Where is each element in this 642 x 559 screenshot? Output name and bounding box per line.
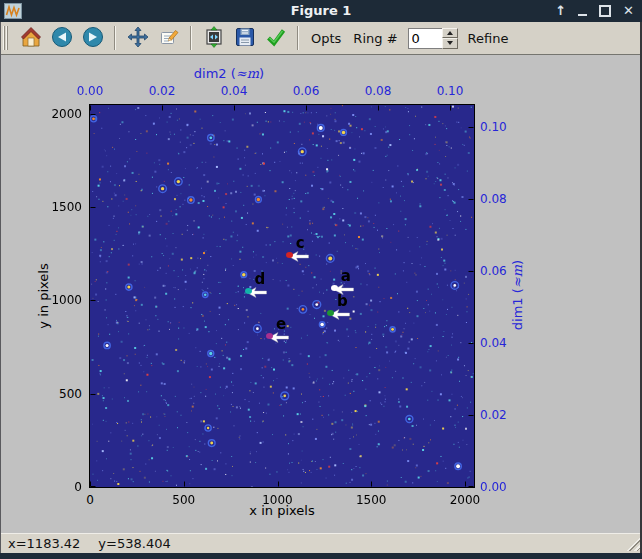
top-tick-label: 0.10	[420, 84, 480, 98]
toolbar-separator	[297, 26, 299, 50]
right-tick-label: 0.06	[480, 264, 507, 278]
back-arrow-icon	[51, 26, 73, 51]
window-left-edge	[0, 22, 1, 553]
home-icon	[20, 26, 42, 51]
diffraction-canvas[interactable]	[90, 105, 474, 487]
y-tick-label: 1500	[22, 200, 82, 214]
shade-button[interactable]: ↑	[555, 0, 566, 22]
window-bottom-edge	[0, 553, 642, 559]
toolbar-drag-handle[interactable]	[3, 26, 8, 50]
forward-arrow-icon	[82, 26, 104, 51]
top-axis-label: dim2 (≈m)	[194, 66, 264, 81]
top-axis-label-close: )	[259, 66, 264, 81]
x-tick-label: 1000	[248, 493, 308, 507]
apply-button[interactable]	[261, 24, 290, 52]
top-tick-label: 0.02	[132, 84, 192, 98]
window-controls: ↑ ✕	[555, 0, 634, 22]
x-tick-label: 2000	[435, 493, 495, 507]
calibration-point-label: e	[276, 317, 286, 331]
x-tick-label: 0	[60, 493, 120, 507]
title-bar[interactable]: Figure 1 ↑ ✕	[0, 0, 642, 22]
right-axis-label-text: dim1 (	[510, 288, 525, 330]
refine-button[interactable]: Refine	[468, 31, 509, 46]
window-title: Figure 1	[0, 3, 642, 18]
top-axis-label-math: ≈m	[236, 66, 259, 81]
right-tick-label: 0.10	[480, 120, 507, 134]
status-bar: x=1183.42 y=538.404	[0, 533, 642, 553]
triangle-up-icon	[447, 31, 453, 35]
calibration-point-label: b	[337, 294, 348, 308]
spinner-buttons	[442, 28, 458, 49]
back-button[interactable]	[47, 24, 76, 52]
toolbar-separator	[190, 26, 192, 50]
calibration-point-dot[interactable]	[286, 252, 293, 258]
calibration-point-label: a	[341, 269, 351, 283]
x-tick-label: 1500	[341, 493, 401, 507]
close-button[interactable]: ✕	[623, 0, 634, 22]
configure-subplots-icon	[203, 26, 225, 51]
minimize-button[interactable]	[578, 14, 587, 16]
right-tick-label: 0.04	[480, 336, 507, 350]
calibration-point-label: c	[296, 236, 305, 250]
top-tick-label: 0.04	[204, 84, 264, 98]
maximize-button[interactable]	[599, 5, 611, 17]
subplots-button[interactable]	[199, 24, 228, 52]
pan-move-icon	[127, 26, 149, 51]
right-axis-label-close: )	[510, 260, 525, 265]
y-tick-label: 2000	[22, 107, 82, 121]
top-axis-label-text: dim2 (	[194, 66, 236, 81]
right-tick-label: 0.00	[480, 480, 507, 494]
spin-down-button[interactable]	[442, 38, 458, 49]
figure-area: x in pixels y in pixels dim2 (≈m) dim1 (…	[0, 55, 642, 533]
top-tick-label: 0.08	[348, 84, 408, 98]
triangle-down-icon	[447, 41, 453, 45]
toolbar: Opts Ring # Refine	[0, 22, 642, 55]
green-checkmark-icon	[265, 26, 287, 51]
notepad-pencil-icon	[158, 26, 180, 51]
customize-button[interactable]	[154, 24, 183, 52]
calibration-point-label: d	[254, 272, 265, 286]
ring-number-spinbox	[408, 28, 458, 49]
y-tick-label: 500	[22, 387, 82, 401]
top-tick-label: 0.06	[276, 84, 336, 98]
cursor-x-readout: x=1183.42	[8, 536, 80, 551]
floppy-save-icon	[234, 26, 256, 51]
opts-button[interactable]: Opts	[311, 31, 341, 46]
cursor-y-readout: y=538.404	[98, 536, 170, 551]
pan-button[interactable]	[123, 24, 152, 52]
right-tick-label: 0.02	[480, 408, 507, 422]
calibration-point-dot[interactable]	[331, 285, 338, 291]
top-tick-label: 0.00	[60, 84, 120, 98]
right-axis-label: dim1 (≈m)	[510, 260, 525, 330]
spin-up-button[interactable]	[442, 28, 458, 39]
home-button[interactable]	[16, 24, 45, 52]
right-axis-label-math: ≈m	[510, 265, 525, 288]
x-tick-label: 500	[154, 493, 214, 507]
toolbar-separator	[114, 26, 116, 50]
forward-button[interactable]	[78, 24, 107, 52]
y-tick-label: 1000	[22, 293, 82, 307]
ring-number-input[interactable]	[408, 28, 442, 49]
right-tick-label: 0.08	[480, 192, 507, 206]
figure-window: Figure 1 ↑ ✕	[0, 0, 642, 559]
y-tick-label: 0	[22, 480, 82, 494]
plot-frame	[89, 104, 475, 488]
ring-number-label: Ring #	[353, 31, 397, 46]
save-button[interactable]	[230, 24, 259, 52]
